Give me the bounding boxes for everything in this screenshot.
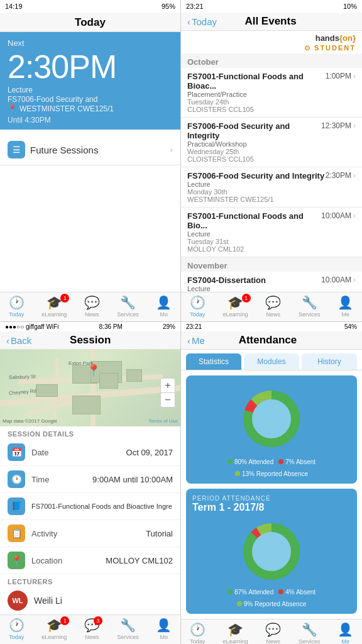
- q4-nav-news[interactable]: 💬 News: [265, 622, 281, 644]
- q2-event-2[interactable]: FS7006-Food Security and Integrity Pract…: [181, 118, 362, 167]
- q2-event-2-date: Wednesday 25th: [187, 148, 321, 155]
- q3-section-details: SESSION DETAILS: [0, 426, 180, 439]
- q3-activity-icon: 📋: [8, 525, 25, 542]
- q1-status-bar: 14:19 95%: [0, 0, 180, 13]
- q3-time: 8:36 PM: [99, 323, 123, 330]
- q3-row-activity: 📋 Activity Tutorial: [0, 520, 180, 547]
- q4-back-button[interactable]: ‹ Me: [187, 335, 205, 346]
- q3-back-button[interactable]: ‹ Back: [6, 335, 31, 346]
- q4-attended-dot: [228, 459, 233, 464]
- q4-nav-me[interactable]: 👤 Me: [337, 622, 353, 644]
- q2-event-3-date: Monday 30th: [187, 188, 326, 196]
- q2-event-4[interactable]: FS7001-Functional Foods and Bio... Lectu…: [181, 208, 362, 257]
- q3-location-icon: 📍: [8, 552, 25, 569]
- q4-2-reported-dot: [237, 601, 242, 606]
- q4-2-attended-dot: [228, 589, 233, 594]
- q3-elearning-badge: 1: [60, 616, 69, 625]
- q4-news-icon: 💬: [265, 622, 281, 637]
- q2-back-chevron: ‹: [187, 16, 190, 27]
- q2-nav-services[interactable]: 🔧 Services: [299, 295, 321, 318]
- q4-period-card: PERIOD ATTENDANCE Term 1 - 2017/8 87% At…: [186, 489, 357, 614]
- q1-nav-elearning[interactable]: 🎓 1 eLearning: [41, 295, 67, 318]
- q4-reported-dot: [235, 471, 240, 476]
- q1-location-icon: 📍: [8, 104, 17, 113]
- q3-back-chevron: ‹: [6, 335, 9, 346]
- q3-map[interactable]: 📍 Salisbury St Cheyney Rd Exton Park + −…: [0, 350, 180, 426]
- q1-nav-services[interactable]: 🔧 Services: [117, 295, 139, 318]
- q3-nav-elearning[interactable]: 🎓 1 eLearning: [41, 618, 67, 640]
- q4-legend-2-attended: 87% Attended: [228, 589, 273, 596]
- q2-nav-elearning[interactable]: 🎓 1 eLearning: [223, 295, 248, 318]
- news-icon: 💬: [84, 295, 100, 310]
- q3-status-bar: ●●●○○ giffgaff WiFi 8:36 PM 29%: [0, 322, 180, 331]
- q1-future-icon: ☰: [8, 141, 25, 158]
- q4-nav-elearning[interactable]: 🎓 eLearning: [223, 622, 248, 644]
- q1-nav-title: Today: [0, 13, 180, 32]
- q2-event-2-right: 12:30PM ›: [321, 121, 356, 130]
- q4-nav-services[interactable]: 🔧 Services: [299, 622, 321, 644]
- q2-event-4-type: Lecture: [187, 230, 321, 238]
- q2-back-button[interactable]: ‹ Today: [187, 16, 217, 27]
- q1-nav-today[interactable]: 🕐 Today: [9, 295, 25, 318]
- q2-status-bar: 23:21 10%: [181, 0, 362, 13]
- q4-today-icon: 🕐: [190, 622, 206, 637]
- q3-lecturer-avatar: WL: [8, 591, 28, 611]
- q3-today-icon: 🕐: [9, 618, 25, 633]
- q4-chart-card-1: 80% Attended 7% Absent 13% Reported Abse…: [186, 375, 357, 484]
- q1-session-location: WESTMINSTER CWE125/1: [19, 104, 114, 113]
- q4-nav-title: Attendance: [239, 334, 297, 347]
- map-zoom-out[interactable]: −: [161, 393, 175, 407]
- q2-nav-me[interactable]: 👤 Me: [337, 295, 353, 318]
- q2-event-1[interactable]: FS7001-Functional Foods and Bioac... Pla…: [181, 68, 362, 118]
- q2-today-icon: 🕐: [190, 295, 206, 310]
- q3-lecturer-row: WL Weili Li: [0, 587, 180, 614]
- q3-nav-me[interactable]: 👤 Mo: [156, 618, 172, 640]
- q1-future-sessions-row[interactable]: ☰ Future Sessions ›: [0, 135, 180, 165]
- q2-month-november: November: [181, 257, 362, 272]
- map-terms: Terms of Use: [148, 418, 178, 424]
- q3-time-label: Time: [31, 475, 86, 484]
- q1-future-label: Future Sessions: [30, 145, 98, 155]
- q2-services-icon: 🔧: [302, 295, 317, 310]
- logo-brace: {on}: [339, 33, 356, 43]
- q4-tab-statistics[interactable]: Statistics: [186, 353, 241, 370]
- q4-donut-1: [237, 384, 306, 453]
- q3-nav-news-label: News: [85, 634, 99, 640]
- q3-nav-news[interactable]: 💬 3 News: [84, 618, 100, 640]
- q4-nav-today[interactable]: 🕐 Today: [190, 622, 206, 644]
- q2-event-2-type: Practical/Workshop: [187, 140, 321, 148]
- q2-event-3[interactable]: FS7006-Food Security and Integrity Lectu…: [181, 167, 362, 208]
- q4-tab-history[interactable]: History: [302, 353, 357, 370]
- road-label-cheyney: Cheyney Rd: [9, 389, 37, 397]
- q3-date-label: Date: [31, 448, 120, 457]
- q2-event-1-time: 1:00PM: [326, 72, 351, 80]
- q3-nav-elearning-label: eLearning: [41, 634, 67, 640]
- q3-row-date: 📅 Date Oct 09, 2017: [0, 439, 180, 466]
- map-zoom-control[interactable]: + −: [160, 378, 175, 408]
- q1-nav-me[interactable]: 👤 Mo: [156, 295, 172, 318]
- q3-map-bg: 📍 Salisbury St Cheyney Rd Exton Park + −…: [0, 350, 180, 426]
- q4-2-absent-dot: [278, 589, 283, 594]
- q3-location-value: MOLLOY CML102: [106, 556, 173, 565]
- q4-time: 23:21: [186, 323, 202, 330]
- q2-event-3-left: FS7006-Food Security and Integrity Lectu…: [187, 171, 326, 203]
- q1-session-module: FS7006-Food Security and: [8, 95, 97, 104]
- q2-event-2-time: 12:30PM: [321, 121, 351, 130]
- q2-nav-news[interactable]: 💬 News: [265, 295, 281, 318]
- q4-services-icon: 🔧: [302, 622, 317, 637]
- map-zoom-in[interactable]: +: [161, 379, 175, 393]
- q2-nav-today[interactable]: 🕐 Today: [190, 295, 206, 318]
- q2-month-october: October: [181, 53, 362, 68]
- q3-nav-services[interactable]: 🔧 Services: [117, 618, 139, 640]
- q2-event-1-location: CLOISTERS CCL105: [187, 106, 326, 113]
- q4-tabs: Statistics Modules History: [181, 350, 362, 370]
- q3-date-value: Oct 09, 2017: [126, 448, 173, 457]
- q1-future-left: ☰ Future Sessions: [8, 141, 98, 158]
- q2-event-5[interactable]: FS7004-Dissertation Lecture Monday 6th M…: [181, 272, 362, 292]
- q2-event-4-chevron: ›: [353, 211, 356, 220]
- q1-nav-news[interactable]: 💬 News: [84, 295, 100, 318]
- q3-activity-label: Activity: [31, 529, 140, 538]
- q1-nav-services-label: Services: [117, 311, 139, 318]
- q3-nav-today[interactable]: 🕐 Today: [9, 618, 25, 640]
- q4-tab-modules[interactable]: Modules: [244, 353, 299, 370]
